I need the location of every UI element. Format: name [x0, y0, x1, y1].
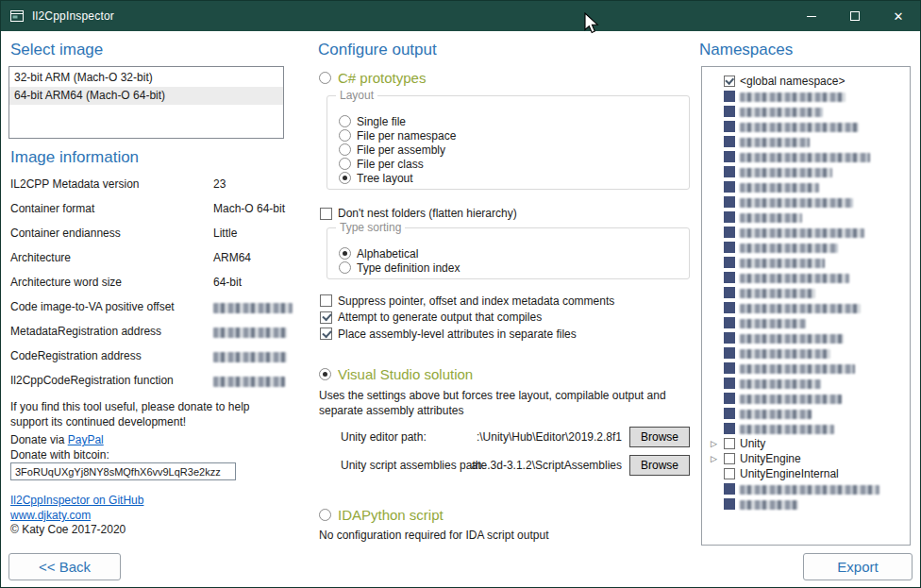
- close-button[interactable]: ✕: [877, 1, 920, 31]
- checkbox-icon: [724, 181, 735, 193]
- unity-script-assemblies-path-value[interactable]: ate.3d-3.1.2\ScriptAssemblies: [444, 459, 622, 472]
- radio-option[interactable]: Type definition index: [339, 260, 681, 275]
- namespace-item[interactable]: [709, 300, 910, 315]
- select-image-heading: Select image: [10, 41, 103, 59]
- checkbox-option[interactable]: Attempt to generate output that compiles: [320, 310, 614, 327]
- namespace-item[interactable]: [709, 391, 910, 406]
- namespace-item[interactable]: [709, 376, 910, 391]
- namespace-label: [740, 194, 853, 210]
- radio-icon: [339, 158, 351, 170]
- title-bar: Il2CppInspector ✕: [1, 1, 920, 31]
- csharp-prototypes-radio[interactable]: C# prototypes: [319, 70, 426, 86]
- namespace-label: [740, 421, 834, 436]
- info-label: Architecture: [10, 251, 71, 264]
- bitcoin-address-input[interactable]: [10, 462, 236, 480]
- namespace-item[interactable]: [709, 270, 910, 285]
- namespace-label: [740, 240, 838, 255]
- namespace-item[interactable]: [709, 315, 910, 330]
- unity-editor-path-value[interactable]: :\Unity\Hub\Editor\2019.2.8f1: [444, 430, 622, 444]
- paypal-link[interactable]: PayPal: [68, 433, 104, 446]
- radio-option[interactable]: Tree layout: [339, 171, 681, 185]
- namespace-item[interactable]: ▷UnityEngine: [709, 451, 910, 466]
- namespace-item[interactable]: [709, 240, 910, 255]
- minimize-button[interactable]: [790, 1, 833, 31]
- github-link[interactable]: Il2CppInspector on GitHub: [10, 494, 143, 507]
- export-button[interactable]: Export: [803, 553, 913, 580]
- window-controls: ✕: [790, 1, 920, 31]
- namespace-item[interactable]: [709, 194, 910, 210]
- radio-option[interactable]: File per class: [339, 157, 681, 171]
- donation-text-line2: support its continued development!: [10, 415, 186, 428]
- checkbox-icon: [724, 347, 735, 359]
- namespace-item[interactable]: <global namespace>: [709, 74, 910, 89]
- namespaces-list[interactable]: <global namespace>▷Unity▷UnityEngineUnit…: [701, 66, 911, 546]
- layout-options: Single fileFile per namespaceFile per as…: [339, 114, 681, 185]
- image-list-item[interactable]: 64-bit ARM64 (Mach-O 64-bit): [9, 87, 283, 105]
- back-button[interactable]: << Back: [8, 553, 121, 580]
- flatten-checkbox-icon: [320, 208, 332, 220]
- namespace-item[interactable]: [709, 285, 910, 300]
- checkbox-icon: [724, 211, 735, 223]
- unity-script-assemblies-path-row: Unity script assemblies path: ate.3d-3.1…: [341, 455, 690, 476]
- image-listbox[interactable]: 32-bit ARM (Mach-O 32-bit)64-bit ARM64 (…: [8, 66, 284, 139]
- namespace-label: [740, 164, 832, 179]
- namespace-item[interactable]: [709, 481, 910, 496]
- info-value: [213, 374, 285, 387]
- namespace-item[interactable]: ▷Unity: [709, 436, 910, 451]
- info-label: Code image-to-VA positive offset: [10, 300, 175, 313]
- namespace-item[interactable]: [709, 210, 910, 225]
- info-value: ARM64: [213, 251, 251, 264]
- namespace-label: [740, 481, 879, 496]
- info-value: [213, 325, 287, 338]
- checkbox-option[interactable]: Suppress pointer, offset and index metad…: [320, 293, 614, 310]
- radio-option[interactable]: Single file: [339, 114, 681, 128]
- info-value: [213, 300, 293, 313]
- namespace-item[interactable]: [709, 134, 910, 149]
- namespace-item[interactable]: [709, 119, 910, 134]
- checkbox-icon: [724, 272, 735, 283]
- namespace-item[interactable]: [709, 330, 910, 345]
- info-label: Il2CppCodeRegistration function: [10, 374, 174, 387]
- expander-icon: ▷: [709, 451, 719, 466]
- namespace-item[interactable]: [709, 345, 910, 361]
- image-information-heading: Image information: [10, 148, 139, 167]
- checkbox-icon: [724, 121, 735, 132]
- radio-option[interactable]: File per namespace: [339, 128, 681, 143]
- donate-via-line: Donate via PayPal: [10, 433, 104, 446]
- namespace-item[interactable]: [709, 149, 910, 164]
- namespace-item[interactable]: [709, 104, 910, 119]
- ida-python-radio[interactable]: IDAPython script: [319, 507, 444, 523]
- namespace-label: [740, 496, 798, 512]
- radio-icon: [339, 115, 351, 127]
- flatten-checkbox[interactable]: Don't nest folders (flatten hierarchy): [320, 206, 517, 221]
- namespace-item[interactable]: UnityEngineInternal: [709, 466, 910, 481]
- main-content: Select image 32-bit ARM (Mach-O 32-bit)6…: [1, 31, 920, 587]
- vs-solution-radio[interactable]: Visual Studio solution: [319, 366, 473, 382]
- namespace-label: [740, 119, 859, 134]
- website-link[interactable]: www.djkaty.com: [10, 509, 91, 522]
- radio-option[interactable]: File per assembly: [339, 143, 681, 157]
- maximize-button[interactable]: [833, 1, 877, 31]
- checkbox-icon: [724, 483, 735, 495]
- namespace-item[interactable]: [709, 255, 910, 270]
- image-list-item[interactable]: 32-bit ARM (Mach-O 32-bit): [9, 69, 283, 87]
- namespace-item[interactable]: [709, 89, 910, 104]
- checkbox-icon: [724, 302, 735, 313]
- namespace-label: [740, 255, 825, 270]
- namespace-item[interactable]: [709, 496, 910, 512]
- info-label: IL2CPP Metadata version: [10, 177, 140, 191]
- namespace-item[interactable]: [709, 421, 910, 436]
- checkbox-option[interactable]: Place assembly-level attributes in separ…: [320, 326, 614, 343]
- namespace-item[interactable]: [709, 164, 910, 179]
- namespace-item[interactable]: [709, 361, 910, 376]
- checkbox-icon: [724, 91, 735, 102]
- unity-editor-browse-button[interactable]: Browse: [629, 427, 690, 447]
- info-value: 64-bit: [213, 276, 242, 289]
- info-row: CodeRegistration address: [10, 349, 299, 374]
- radio-option[interactable]: Alphabetical: [339, 246, 681, 260]
- namespace-item[interactable]: [709, 179, 910, 194]
- unity-script-assemblies-browse-button[interactable]: Browse: [629, 455, 690, 476]
- window-title: Il2CppInspector: [32, 9, 114, 23]
- namespace-item[interactable]: [709, 225, 910, 240]
- namespace-item[interactable]: [709, 406, 910, 421]
